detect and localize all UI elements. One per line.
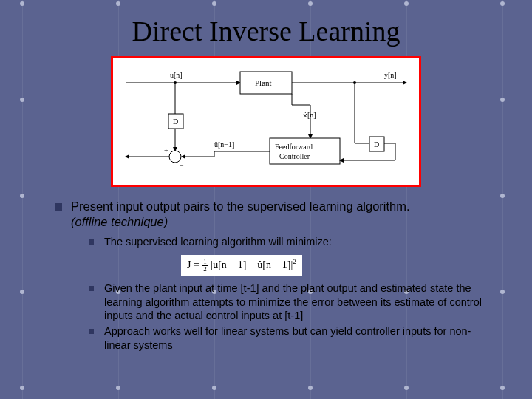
svg-text:D: D [173,117,178,126]
main-bullet-text: Present input output pairs to the superv… [71,200,410,213]
svg-text:u[n]: u[n] [170,71,183,79]
bullet-icon [55,203,62,211]
slide-title: Direct Inverse Learning [37,15,495,47]
main-bullet-subtext: (offline technique) [71,215,168,228]
bullet-icon [89,286,94,291]
svg-text:+: + [164,146,168,154]
svg-text:y[n]: y[n] [384,71,397,79]
svg-text:D: D [374,140,379,149]
formula: J = 1 2 |u[n − 1] − û[n − 1]|2 [181,255,302,276]
svg-text:Feedforward: Feedforward [275,143,313,151]
sub-bullet-1: The supervised learning algorithm will m… [89,235,495,249]
sub-bullet-2: Given the plant input at time [t-1] and … [89,282,495,324]
sub-bullet-3: Approach works well for linear systems b… [89,324,495,352]
main-bullet: Present input output pairs to the superv… [55,199,495,231]
bullet-icon [89,239,94,245]
block-diagram: u[n] Plant y[n] x̂[n] D + [111,56,421,187]
svg-text:Plant: Plant [255,78,272,87]
svg-text:û[n−1]: û[n−1] [214,140,234,149]
bullet-icon [89,329,94,334]
svg-text:Controller: Controller [279,152,310,160]
svg-text:x̂[n]: x̂[n] [303,111,316,119]
svg-text:−: − [180,161,184,169]
